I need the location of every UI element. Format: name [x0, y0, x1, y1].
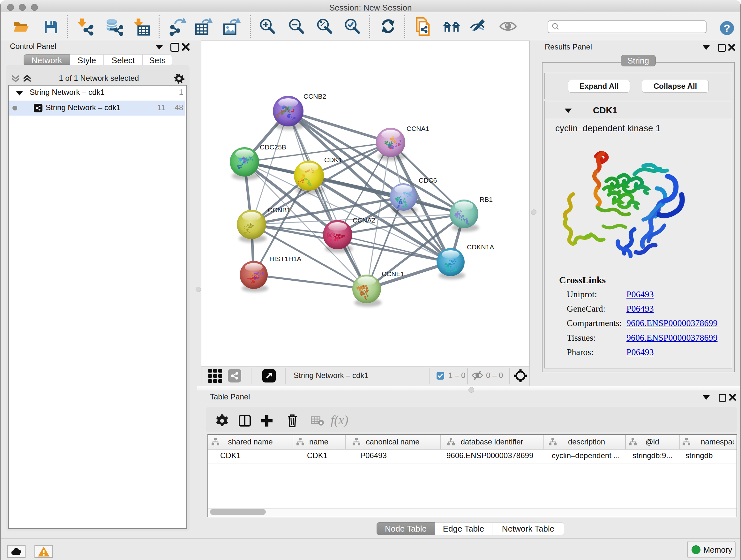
svg-text:CDC6: CDC6 [419, 177, 437, 184]
svg-text:CCNB2: CCNB2 [304, 92, 326, 100]
svg-text:CDC25B: CDC25B [260, 143, 286, 151]
svg-text:RB1: RB1 [480, 196, 493, 203]
svg-text:CCNA1: CCNA1 [407, 125, 429, 132]
svg-text:CCNB1: CCNB1 [268, 206, 290, 213]
svg-text:CCNE1: CCNE1 [382, 270, 404, 277]
svg-text:CDK1: CDK1 [324, 156, 342, 164]
svg-text:CCNA2: CCNA2 [353, 216, 375, 224]
svg-text:CDKN1A: CDKN1A [467, 243, 494, 251]
svg-text:HIST1H1A: HIST1H1A [269, 255, 301, 262]
